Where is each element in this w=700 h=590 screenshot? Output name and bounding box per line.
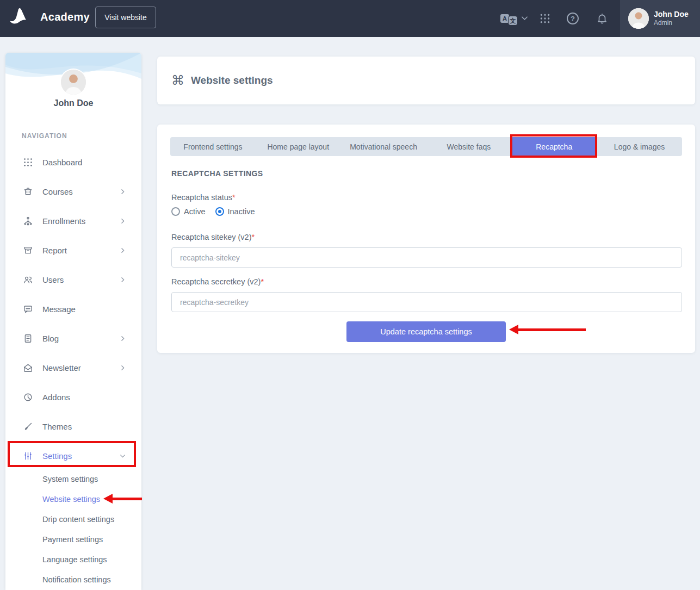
radio-option-inactive[interactable]: Inactive (215, 207, 255, 216)
newsletter-mail-icon (23, 363, 33, 373)
chevron-right-icon (119, 218, 126, 225)
translate-icon: A (500, 14, 509, 23)
required-mark: * (251, 233, 255, 241)
language-switcher[interactable]: A 文 (500, 0, 528, 37)
submenu-item-language-settings[interactable]: Language settings (5, 549, 141, 569)
sidebar-item-message[interactable]: Message (5, 298, 141, 320)
radio-option-active[interactable]: Active (171, 207, 206, 216)
sitekey-label: Recaptcha sitekey (v2)* (171, 233, 255, 241)
required-mark: * (261, 277, 264, 286)
command-icon: ⌘ (171, 74, 184, 87)
dashboard-grid-icon (23, 157, 33, 167)
tab-frontend-settings[interactable]: Frontend settings (170, 137, 256, 156)
translate-icon-secondary: 文 (509, 16, 517, 25)
sidebar-item-newsletter[interactable]: Newsletter (5, 357, 141, 378)
report-archive-icon (23, 245, 33, 256)
page-title-card: ⌘ Website settings (157, 57, 695, 104)
user-profile-menu[interactable]: John Doe Admin (620, 0, 700, 37)
submenu-item-system-settings[interactable]: System settings (5, 469, 141, 489)
recaptcha-status-label: Recaptcha status* (171, 193, 236, 202)
tab-motivational-speech[interactable]: Motivational speech (341, 137, 426, 156)
avatar (628, 8, 649, 29)
themes-brush-icon (23, 421, 33, 432)
secretkey-label: Recaptcha secretkey (v2)* (171, 277, 264, 286)
academy-logo-icon (7, 7, 30, 30)
recaptcha-status-radio-group: Active Inactive (171, 207, 255, 216)
submenu-item-drip-content-settings[interactable]: Drip content settings (5, 509, 141, 529)
navigation-section-label: NAVIGATION (22, 132, 67, 140)
radio-inactive-input[interactable] (215, 207, 224, 216)
tab-website-faqs[interactable]: Website faqs (426, 137, 511, 156)
sidebar-item-label: Blog (42, 334, 119, 343)
enrollments-hierarchy-icon (23, 216, 33, 226)
chevron-right-icon (119, 276, 126, 283)
tab-recaptcha[interactable]: Recaptcha (511, 137, 597, 156)
brand-title: Academy (40, 11, 90, 23)
sidebar-item-courses[interactable]: Courses (5, 181, 141, 202)
visit-website-button[interactable]: Visit website (95, 7, 156, 28)
sidebar-item-dashboard[interactable]: Dashboard (5, 151, 141, 173)
addons-pie-icon (23, 392, 33, 402)
tab-logo-images[interactable]: Logo & images (597, 137, 682, 156)
settings-submenu: System settings Website settings Drip co… (5, 469, 141, 589)
submenu-item-website-settings[interactable]: Website settings (5, 489, 141, 509)
sidebar-item-label: Addons (42, 393, 126, 402)
sidebar-item-report[interactable]: Report (5, 239, 141, 261)
tab-home-page-layout[interactable]: Home page layout (256, 137, 341, 156)
top-header-bar: Academy Visit website A 文 ? (0, 0, 700, 37)
notifications-button[interactable] (596, 0, 608, 37)
sidebar-item-label: Report (42, 246, 119, 255)
sidebar-item-label: Courses (42, 187, 119, 196)
section-title: RECAPTCHA SETTINGS (171, 169, 263, 178)
apps-grid-button[interactable] (540, 0, 550, 37)
courses-basket-icon (23, 187, 33, 197)
settings-sliders-icon (23, 451, 33, 461)
sidebar-item-settings[interactable]: Settings (5, 445, 141, 467)
user-name: John Doe (654, 10, 689, 20)
sidebar-item-themes[interactable]: Themes (5, 415, 141, 437)
sidebar-item-enrollments[interactable]: Enrollments (5, 210, 141, 232)
sidebar-item-label: Themes (42, 422, 126, 431)
chevron-right-icon (119, 335, 126, 342)
sidebar-item-label: Settings (42, 451, 119, 461)
page-title: Website settings (191, 74, 273, 86)
sidebar-menu: Dashboard Courses Enrollments Report (5, 151, 141, 467)
chevron-right-icon (119, 188, 126, 195)
radio-active-label: Active (184, 207, 206, 216)
message-chat-icon (23, 304, 33, 314)
settings-tab-bar: Frontend settings Home page layout Motiv… (170, 137, 682, 156)
bell-icon (596, 12, 608, 25)
sidebar-item-label: Dashboard (42, 158, 126, 167)
sidebar-item-users[interactable]: Users (5, 269, 141, 290)
sitekey-input[interactable] (171, 247, 682, 268)
sidebar-item-label: Enrollments (42, 216, 119, 226)
sidebar-item-addons[interactable]: Addons (5, 386, 141, 408)
sidebar-item-label: Message (42, 305, 126, 314)
chevron-down-icon (119, 452, 126, 459)
apps-grid-icon (540, 13, 550, 24)
help-icon: ? (567, 13, 579, 24)
help-button[interactable]: ? (567, 0, 579, 37)
blog-document-icon (23, 333, 33, 344)
sidebar-item-blog[interactable]: Blog (5, 327, 141, 349)
sidebar-avatar (61, 70, 86, 95)
chevron-down-icon (522, 16, 528, 21)
secretkey-input[interactable] (171, 292, 682, 312)
users-icon (23, 275, 33, 285)
update-recaptcha-settings-button[interactable]: Update recaptcha settings (346, 321, 506, 342)
sidebar: John Doe NAVIGATION Dashboard Courses En… (5, 53, 141, 590)
sidebar-item-label: Users (42, 275, 119, 284)
required-mark: * (232, 193, 236, 202)
submenu-item-payment-settings[interactable]: Payment settings (5, 529, 141, 549)
radio-inactive-label: Inactive (228, 207, 255, 216)
sidebar-user-name: John Doe (5, 98, 141, 108)
chevron-right-icon (119, 247, 126, 254)
chevron-right-icon (119, 364, 126, 371)
user-role: Admin (654, 19, 689, 27)
website-settings-card: Frontend settings Home page layout Motiv… (157, 125, 695, 353)
submenu-item-notification-settings[interactable]: Notification settings (5, 569, 141, 589)
radio-active-input[interactable] (171, 207, 180, 216)
sidebar-item-label: Newsletter (42, 363, 119, 372)
